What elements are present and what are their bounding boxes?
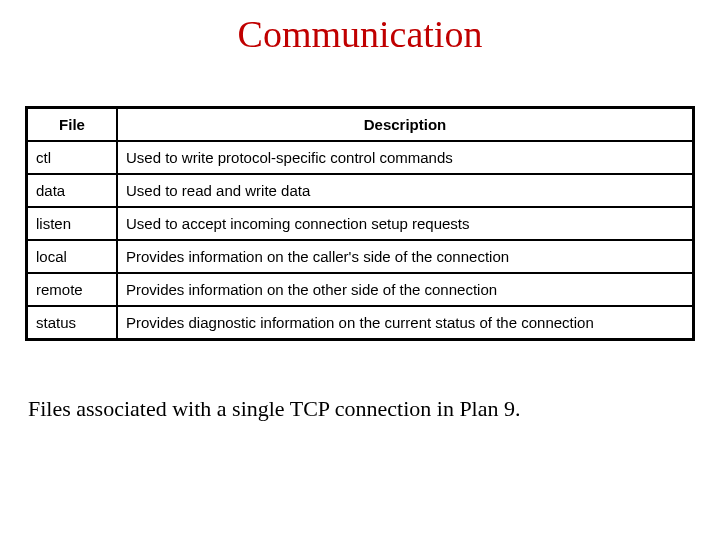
slide-caption: Files associated with a single TCP conne…	[28, 396, 700, 422]
table-row: data Used to read and write data	[27, 174, 694, 207]
table-row: local Provides information on the caller…	[27, 240, 694, 273]
table-row: remote Provides information on the other…	[27, 273, 694, 306]
cell-file: ctl	[27, 141, 118, 174]
cell-file: listen	[27, 207, 118, 240]
cell-file: local	[27, 240, 118, 273]
cell-file: remote	[27, 273, 118, 306]
cell-desc: Provides diagnostic information on the c…	[117, 306, 694, 340]
table-header-row: File Description	[27, 108, 694, 142]
cell-desc: Provides information on the other side o…	[117, 273, 694, 306]
header-file: File	[27, 108, 118, 142]
cell-file: status	[27, 306, 118, 340]
table-row: status Provides diagnostic information o…	[27, 306, 694, 340]
table-row: listen Used to accept incoming connectio…	[27, 207, 694, 240]
files-table: File Description ctl Used to write proto…	[25, 106, 695, 341]
slide-title: Communication	[0, 12, 720, 56]
table-row: ctl Used to write protocol-specific cont…	[27, 141, 694, 174]
cell-desc: Used to accept incoming connection setup…	[117, 207, 694, 240]
header-description: Description	[117, 108, 694, 142]
cell-desc: Used to read and write data	[117, 174, 694, 207]
cell-file: data	[27, 174, 118, 207]
cell-desc: Used to write protocol-specific control …	[117, 141, 694, 174]
cell-desc: Provides information on the caller's sid…	[117, 240, 694, 273]
